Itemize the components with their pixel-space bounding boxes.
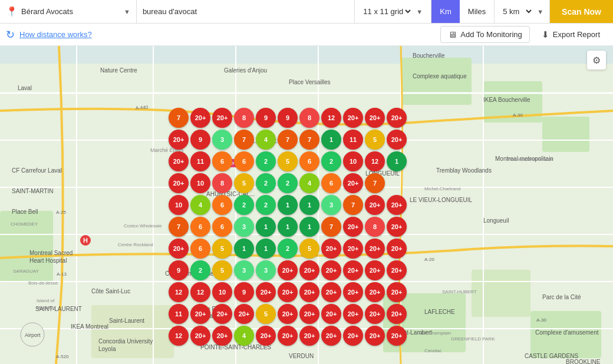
location-selector[interactable]: 📍 ▼ — [0, 0, 137, 23]
grid-cell[interactable]: 20+ — [212, 326, 232, 346]
grid-cell[interactable]: 20+ — [365, 304, 385, 324]
grid-cell[interactable]: 1 — [234, 239, 254, 259]
grid-cell[interactable]: 3 — [256, 260, 276, 280]
grid-cell[interactable]: 1 — [299, 217, 319, 237]
grid-cell[interactable]: 10 — [212, 282, 232, 302]
grid-cell[interactable]: 20+ — [299, 304, 319, 324]
grid-cell[interactable]: 20+ — [321, 282, 341, 302]
km-button[interactable]: Km — [431, 0, 460, 23]
grid-cell[interactable]: 20+ — [387, 326, 407, 346]
grid-cell[interactable]: 5 — [299, 239, 319, 259]
grid-cell[interactable]: 20+ — [343, 217, 363, 237]
refresh-button[interactable]: ↻ — [6, 29, 15, 40]
grid-cell[interactable]: 4 — [190, 195, 210, 215]
grid-cell[interactable]: 20+ — [278, 304, 298, 324]
grid-cell[interactable]: 20+ — [343, 173, 363, 193]
grid-cell[interactable]: 20+ — [278, 260, 298, 280]
grid-cell[interactable]: 5 — [256, 304, 276, 324]
grid-cell[interactable]: 10 — [343, 151, 363, 171]
grid-cell[interactable]: 20+ — [343, 239, 363, 259]
grid-cell[interactable]: 20+ — [321, 239, 341, 259]
grid-cell[interactable]: 7 — [299, 130, 319, 150]
grid-cell[interactable]: 20+ — [365, 260, 385, 280]
grid-cell[interactable]: 12 — [169, 326, 189, 346]
grid-cell[interactable]: 5 — [212, 239, 232, 259]
grid-cell[interactable]: 20+ — [169, 239, 189, 259]
grid-cell[interactable]: 7 — [234, 130, 254, 150]
grid-cell[interactable]: 9 — [234, 282, 254, 302]
grid-cell[interactable]: 20+ — [299, 326, 319, 346]
grid-cell[interactable]: 2 — [190, 260, 210, 280]
grid-select[interactable]: 5 x 5 grid7 x 7 grid9 x 9 grid11 x 11 gr… — [361, 6, 413, 16]
grid-cell[interactable]: 6 — [234, 151, 254, 171]
grid-cell[interactable]: 8 — [212, 173, 232, 193]
grid-cell[interactable]: 10 — [169, 195, 189, 215]
grid-cell[interactable]: 2 — [321, 151, 341, 171]
grid-cell[interactable]: 20+ — [212, 108, 232, 128]
grid-cell[interactable]: 20+ — [387, 130, 407, 150]
grid-cell[interactable]: 5 — [212, 260, 232, 280]
how-distance-link[interactable]: How distance works? — [19, 30, 92, 39]
grid-cell[interactable]: 7 — [278, 130, 298, 150]
grid-cell[interactable]: 20+ — [278, 326, 298, 346]
grid-cell[interactable]: 20+ — [212, 304, 232, 324]
grid-cell[interactable]: 2 — [256, 173, 276, 193]
keyword-field[interactable] — [137, 0, 355, 23]
grid-cell[interactable]: 20+ — [387, 239, 407, 259]
grid-cell[interactable]: 1 — [256, 239, 276, 259]
grid-cell[interactable]: 3 — [234, 260, 254, 280]
grid-cell[interactable]: 20+ — [343, 108, 363, 128]
grid-cell[interactable]: 6 — [212, 151, 232, 171]
grid-cell[interactable]: 1 — [321, 130, 341, 150]
grid-cell[interactable]: 1 — [387, 151, 407, 171]
grid-cell[interactable]: 7 — [321, 217, 341, 237]
grid-cell[interactable]: 11 — [169, 304, 189, 324]
export-report-button[interactable]: ⬇ Export Report — [535, 27, 607, 43]
grid-cell[interactable]: 7 — [343, 195, 363, 215]
grid-cell[interactable]: 2 — [234, 195, 254, 215]
grid-cell[interactable]: 20+ — [365, 239, 385, 259]
grid-cell[interactable]: 20+ — [299, 282, 319, 302]
grid-cell[interactable]: 7 — [365, 173, 385, 193]
distance-select[interactable]: 1 km2 km3 km5 km10 km — [500, 6, 533, 16]
grid-cell[interactable]: 10 — [190, 173, 210, 193]
grid-cell[interactable]: 12 — [169, 282, 189, 302]
grid-cell[interactable]: 2 — [256, 151, 276, 171]
grid-cell[interactable]: 20+ — [256, 282, 276, 302]
grid-cell[interactable]: 20+ — [387, 282, 407, 302]
grid-cell[interactable]: 8 — [234, 108, 254, 128]
grid-cell[interactable]: 20+ — [321, 304, 341, 324]
grid-cell[interactable]: 20+ — [299, 260, 319, 280]
grid-cell[interactable]: 4 — [256, 130, 276, 150]
grid-cell[interactable]: 8 — [299, 108, 319, 128]
grid-cell[interactable]: 5 — [365, 130, 385, 150]
grid-cell[interactable]: 5 — [234, 173, 254, 193]
grid-cell[interactable]: 1 — [299, 195, 319, 215]
grid-cell[interactable]: 12 — [190, 282, 210, 302]
grid-cell[interactable]: 20+ — [365, 195, 385, 215]
grid-cell[interactable]: 6 — [190, 217, 210, 237]
grid-cell[interactable]: 20+ — [387, 217, 407, 237]
map-area[interactable]: Laval Nature Centre Galeries d'Anjou Pla… — [0, 46, 613, 364]
grid-cell[interactable]: 6 — [212, 217, 232, 237]
grid-cell[interactable]: 2 — [256, 195, 276, 215]
grid-cell[interactable]: 7 — [169, 108, 189, 128]
grid-cell[interactable]: 7 — [169, 217, 189, 237]
grid-cell[interactable]: 20+ — [190, 304, 210, 324]
keyword-input[interactable] — [143, 7, 348, 16]
grid-cell[interactable]: 4 — [234, 326, 254, 346]
add-monitoring-button[interactable]: 🖥 Add To Monitoring — [440, 26, 530, 43]
grid-cell[interactable]: 1 — [256, 217, 276, 237]
grid-cell[interactable]: 20+ — [387, 260, 407, 280]
grid-cell[interactable]: 5 — [278, 151, 298, 171]
grid-cell[interactable]: 11 — [190, 151, 210, 171]
grid-cell[interactable]: 2 — [278, 239, 298, 259]
grid-cell[interactable]: 20+ — [365, 108, 385, 128]
grid-cell[interactable]: 20+ — [343, 304, 363, 324]
grid-cell[interactable]: 20+ — [321, 260, 341, 280]
grid-cell[interactable]: 20+ — [387, 304, 407, 324]
grid-cell[interactable]: 20+ — [169, 130, 189, 150]
grid-cell[interactable] — [387, 173, 407, 193]
grid-cell[interactable]: 4 — [299, 173, 319, 193]
grid-cell[interactable]: 20+ — [343, 282, 363, 302]
